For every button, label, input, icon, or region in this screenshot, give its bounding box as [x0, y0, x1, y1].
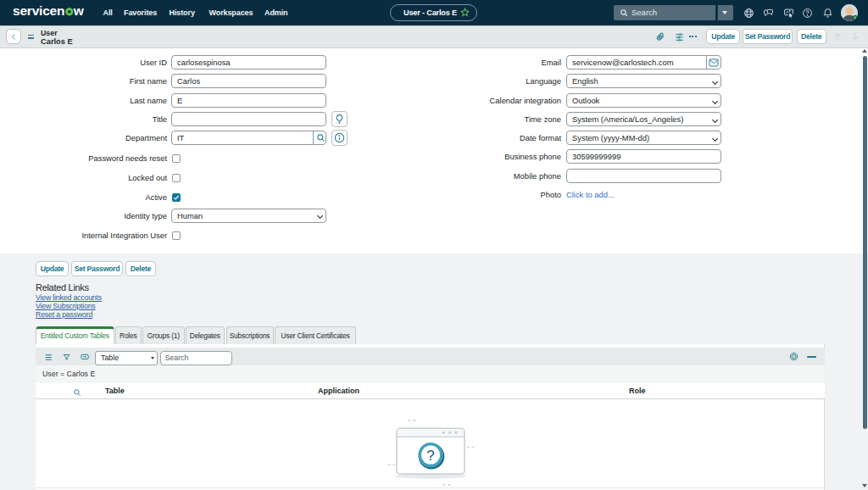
svg-text:?: ?: [426, 448, 434, 464]
